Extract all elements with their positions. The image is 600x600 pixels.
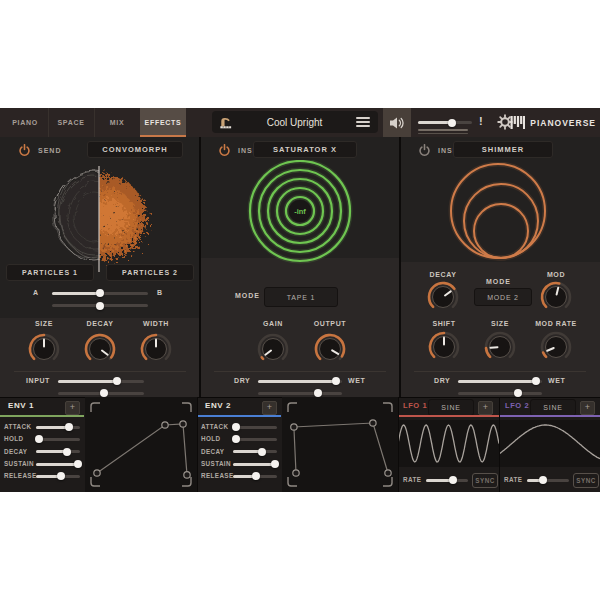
lfo1-add-button[interactable]: + [478,401,493,415]
lfo2-add-button[interactable]: + [580,401,595,415]
shimmer-decay-knob-label: DECAY [413,271,473,278]
env1-sustain-slider[interactable] [36,463,80,466]
tab-piano[interactable]: PIANO [2,108,49,137]
env1-hold-slider[interactable] [36,438,80,441]
lfo1-title: LFO 1 [403,401,427,410]
env2-attack-slider[interactable] [233,426,277,429]
width-knob[interactable] [139,332,173,366]
env2-graph[interactable] [282,397,398,492]
particles-1-button[interactable]: PARTICLES 1 [6,264,94,281]
volume-button[interactable] [383,108,411,137]
mod-rate-knob[interactable] [539,330,573,364]
preset-name: Cool Upright [233,117,356,128]
shimmer-mix-mod-slider[interactable] [458,392,542,395]
gain-knob[interactable] [256,332,290,366]
shift-knob[interactable] [427,330,461,364]
lfo2-rate-slider[interactable] [527,479,569,482]
tab-space[interactable]: SPACE [48,108,95,137]
size-knob-label: SIZE [14,320,74,327]
saturator-meter-value: -inf [294,207,306,216]
volume-slider[interactable] [418,121,472,124]
env2-decay-slider[interactable] [233,450,277,453]
saturator-mix-slider[interactable] [258,380,342,383]
piano-keys-icon [510,116,525,129]
lfo1-sync-button[interactable]: SYNC [472,473,498,488]
mod-rate-knob-label: MOD RATE [526,320,586,327]
lfo1-rate-label: RATE [403,476,421,483]
env2-release-slider[interactable] [233,475,277,478]
shimmer-decay-knob[interactable] [426,280,460,314]
saturator-mode-dropdown[interactable]: TAPE 1 [264,287,338,307]
convomorph-power-button[interactable] [18,144,31,157]
shimmer-mode-label: MODE [486,278,511,285]
saturator-meter-display: -inf [200,160,400,264]
convomorph-send-label: SEND [38,147,61,154]
env2-accent-line [197,415,281,417]
env2-hold-slider[interactable] [233,438,277,441]
particles-2-button[interactable]: PARTICLES 2 [106,264,194,281]
main-tab-bar: PIANO SPACE MIX EFFECTS Cool Upright [0,108,600,138]
lfo1-accent-line [398,415,499,417]
env1-accent-line [0,415,84,417]
env1-graph[interactable] [85,397,197,492]
shimmer-power-button[interactable] [418,144,431,157]
speaker-icon [389,116,405,130]
lfo1-shape-dropdown[interactable]: SINE [428,399,474,416]
env1-attack-label: ATTACK [4,423,31,430]
divider [414,371,586,372]
divider [214,371,386,372]
morph-a-label: A [33,289,39,296]
saturator-mode-label: MODE [235,292,260,299]
saturator-power-button[interactable] [218,144,231,157]
env1-sustain-label: SUSTAIN [4,460,34,467]
shimmer-mix-slider[interactable] [458,380,542,383]
lfo2-shape-dropdown[interactable]: SINE [530,399,576,416]
env1-add-button[interactable]: + [65,401,80,415]
env1-hold-label: HOLD [4,435,23,442]
saturator-mix-mod-slider[interactable] [258,392,342,395]
gain-knob-label: GAIN [243,320,303,327]
output-knob[interactable] [313,332,347,366]
preset-selector[interactable]: Cool Upright [212,111,378,133]
lfo1-rate-slider[interactable] [426,479,468,482]
input-mod-slider[interactable] [58,392,144,395]
env2-sustain-slider[interactable] [233,463,277,466]
lfo2-sync-button[interactable]: SYNC [573,473,599,488]
morph-mod-slider[interactable] [52,304,148,307]
tab-piano-label: PIANO [12,119,38,126]
preset-menu-icon[interactable] [356,114,370,129]
morph-ab-slider[interactable] [52,292,148,295]
panel-divider [197,397,199,492]
brand-text: PIANOVERSE [530,118,596,128]
tab-mix[interactable]: MIX [94,108,141,137]
shimmer-mode-dropdown[interactable]: MODE 2 [474,288,532,306]
convomorph-title-button[interactable]: CONVOMORPH [87,141,183,158]
env1-decay-slider[interactable] [36,450,80,453]
shimmer-dry-label: DRY [434,377,450,384]
alert-indicator[interactable]: ! [479,115,483,127]
lfo1-wave-display [398,420,499,467]
brand-logo: PIANOVERSE [510,108,596,137]
mod-knob[interactable] [539,280,573,314]
shimmer-display [400,162,600,262]
decay-knob[interactable] [83,332,117,366]
shimmer-title-button[interactable]: SHIMMER [453,141,553,158]
tab-space-label: SPACE [57,119,84,126]
shimmer-size-knob[interactable] [483,330,517,364]
tab-effects-label: EFFECTS [145,119,182,126]
level-meter [418,133,468,135]
env1-release-slider[interactable] [36,475,80,478]
env2-add-button[interactable]: + [262,401,277,415]
env2-hold-label: HOLD [201,435,220,442]
lfo2-wave-display [499,420,600,467]
piano-icon [218,115,233,130]
tab-effects[interactable]: EFFECTS [140,108,186,137]
size-knob[interactable] [27,332,61,366]
saturator-wet-label: WET [348,377,365,384]
saturator-title-button[interactable]: SATURATOR X [253,141,357,158]
width-knob-label: WIDTH [126,320,186,327]
input-slider[interactable] [58,380,144,383]
env1-attack-slider[interactable] [36,426,80,429]
saturator-dry-label: DRY [234,377,250,384]
saturator-control-bg [201,258,399,397]
